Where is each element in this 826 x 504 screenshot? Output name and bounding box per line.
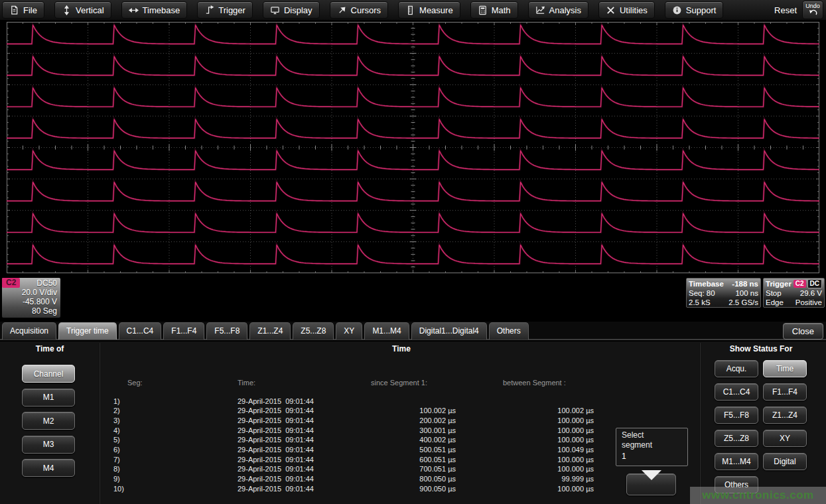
between-cell: 100.000 µs — [503, 485, 594, 493]
status-button-c1-c4[interactable]: C1...C4 — [715, 383, 758, 401]
time-of-button-m4[interactable]: M4 — [22, 459, 75, 477]
time-of-button-m1[interactable]: M1 — [22, 389, 75, 407]
tab-c1-c4[interactable]: C1...C4 — [119, 322, 162, 340]
tab-m1-m4[interactable]: M1...M4 — [364, 322, 409, 340]
status-button-f1-f4[interactable]: F1...F4 — [763, 383, 807, 401]
seg-cell: 6) — [113, 446, 120, 454]
status-button-digital[interactable]: Digital — [763, 453, 807, 470]
analysis-chart-icon — [535, 5, 545, 15]
time-cell: 29-April-2015 09:01:44 — [238, 485, 314, 493]
since-cell: 200.002 µs — [360, 416, 456, 424]
since-cell: 500.051 µs — [360, 446, 456, 454]
table-row-segment-3: 3)29-April-2015 09:01:44200.002 µs100.00… — [100, 416, 610, 426]
time-cell: 29-April-2015 09:01:44 — [238, 465, 314, 473]
status-button-f5-f8[interactable]: F5...F8 — [715, 407, 758, 424]
tab-trigger-time[interactable]: Trigger time — [58, 322, 117, 340]
undo-button[interactable]: Undo — [802, 1, 823, 19]
between-cell: 100.000 µs — [503, 465, 594, 473]
tab-z5-z8[interactable]: Z5...Z8 — [293, 322, 334, 340]
tab-xy[interactable]: XY — [336, 322, 362, 340]
table-row-segment-5: 5)29-April-2015 09:01:44400.002 µs100.00… — [100, 436, 610, 445]
menu-item-label: File — [23, 5, 37, 15]
seg-cell: 9) — [113, 475, 120, 483]
seg-cell: 2) — [113, 407, 120, 414]
menu-item-trigger[interactable]: Trigger — [197, 1, 253, 19]
since-cell: 400.002 µs — [360, 436, 456, 444]
calculator-icon — [478, 5, 488, 15]
undo-label: Undo — [805, 3, 820, 9]
since-cell: 900.050 µs — [360, 485, 456, 493]
menu-bar: FileVerticalTimebaseTriggerDisplayCursor… — [0, 0, 826, 20]
triangle-down-icon — [642, 470, 661, 489]
menu-item-file[interactable]: File — [2, 1, 44, 19]
menu-item-label: Utilities — [620, 5, 648, 15]
trigger-edge-icon — [204, 5, 214, 15]
channel-segments: 80 Seg — [32, 306, 57, 316]
menu-item-label: Vertical — [76, 5, 104, 15]
oscilloscope-screen: FileVerticalTimebaseTriggerDisplayCursor… — [0, 0, 826, 504]
menu-item-cursors[interactable]: Cursors — [330, 1, 389, 19]
close-button[interactable]: Close — [783, 323, 823, 340]
channel-scale: 20.0 V/div — [22, 288, 57, 297]
select-segment-field[interactable]: Select segment 1 — [616, 428, 688, 466]
table-row-segment-8: 8)29-April-2015 09:01:44700.051 µs100.00… — [100, 465, 610, 474]
table-row-segment-9: 9)29-April-2015 09:01:44800.050 µs99.999… — [100, 475, 610, 484]
menu-item-measure[interactable]: Measure — [398, 1, 460, 19]
table-row-segment-10: 10)29-April-2015 09:01:44900.050 µs100.0… — [100, 485, 610, 494]
menu-item-label: Math — [492, 5, 511, 15]
time-of-button-m2[interactable]: M2 — [22, 412, 75, 430]
menu-item-math[interactable]: Math — [470, 1, 518, 19]
time-cell: 29-April-2015 09:01:44 — [238, 436, 314, 444]
channel-descriptor-c2[interactable]: C2 DC50 20.0 V/div -45.800 V 80 Seg — [2, 278, 60, 318]
table-row-segment-6: 6)29-April-2015 09:01:44500.051 µs100.04… — [100, 446, 610, 455]
time-cell: 29-April-2015 09:01:44 — [238, 456, 314, 464]
status-button-z1-z4[interactable]: Z1...Z4 — [763, 407, 807, 424]
tab-digital1-digital4[interactable]: Digital1...Digital4 — [411, 322, 487, 340]
tab-f5-f8[interactable]: F5...F8 — [206, 322, 247, 340]
time-cell: 29-April-2015 09:01:44 — [238, 446, 314, 454]
table-row-segment-4: 4)29-April-2015 09:01:44300.001 µs100.00… — [100, 426, 610, 436]
tab-others[interactable]: Others — [489, 322, 529, 340]
trigger-descriptor[interactable]: Trigger C2 DC Stop 29.6 V Edge Positive — [763, 278, 825, 308]
time-table-title: Time — [100, 344, 703, 353]
segment-down-button[interactable] — [626, 473, 676, 495]
menu-item-timebase[interactable]: Timebase — [121, 1, 188, 19]
time-of-button-channel[interactable]: Channel — [22, 365, 75, 383]
display-icon — [270, 5, 280, 15]
between-cell: 99.999 µs — [503, 475, 594, 483]
time-of-title: Time of — [0, 344, 100, 353]
status-button-xy[interactable]: XY — [763, 430, 807, 447]
watermark: www.cntronics.com — [690, 487, 826, 504]
timebase-samples: 2.5 kS — [689, 298, 711, 307]
menu-item-label: Display — [284, 5, 312, 15]
time-cell: 29-April-2015 09:01:44 — [238, 426, 314, 434]
vertical-arrows-icon — [62, 5, 72, 15]
waveform-svg — [7, 22, 819, 273]
menu-item-utilities[interactable]: Utilities — [598, 1, 655, 19]
tab-acquisition[interactable]: Acquisition — [2, 322, 56, 340]
waveform-display[interactable] — [7, 22, 819, 273]
status-button-m1-m4[interactable]: M1...M4 — [715, 453, 758, 470]
menu-item-vertical[interactable]: Vertical — [54, 1, 111, 19]
status-button-z5-z8[interactable]: Z5...Z8 — [715, 430, 758, 447]
info-icon — [672, 5, 682, 15]
tab-f1-f4[interactable]: F1...F4 — [163, 322, 204, 340]
time-cell: 29-April-2015 09:01:44 — [238, 407, 314, 414]
menu-item-display[interactable]: Display — [263, 1, 320, 19]
status-button-acqu[interactable]: Acqu. — [715, 360, 758, 377]
reset-button[interactable]: Reset — [774, 5, 797, 15]
channel-badge: C2 — [2, 278, 20, 288]
menu-items: FileVerticalTimebaseTriggerDisplayCursor… — [0, 1, 723, 19]
menu-item-support[interactable]: Support — [665, 1, 724, 19]
seg-cell: 5) — [113, 436, 120, 444]
utilities-icon — [606, 5, 616, 15]
menu-item-label: Timebase — [143, 5, 180, 15]
col-header-seg: Seg: — [127, 379, 143, 387]
trigger-level: 29.6 V — [800, 288, 822, 298]
timebase-descriptor[interactable]: Timebase -188 ns Seq: 80 100 ns 2.5 kS 2… — [686, 278, 761, 308]
menu-item-analysis[interactable]: Analysis — [528, 1, 588, 19]
timebase-delay: -188 ns — [732, 279, 758, 288]
time-of-button-m3[interactable]: M3 — [22, 436, 75, 454]
tab-z1-z4[interactable]: Z1...Z4 — [249, 322, 291, 340]
status-button-time[interactable]: Time — [763, 360, 807, 377]
